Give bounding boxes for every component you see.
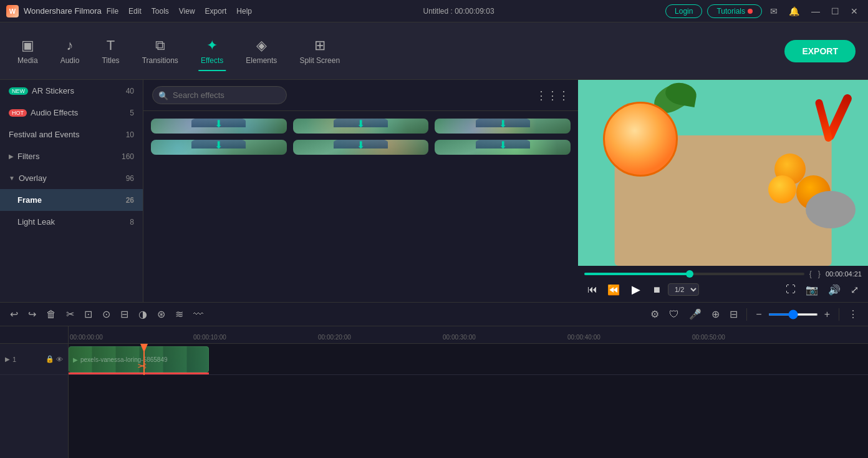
minimize-button[interactable]: — <box>808 5 824 17</box>
lock-track-button[interactable]: 🔒 <box>46 355 54 363</box>
download-icon: ⬇ <box>215 119 223 130</box>
tab-audio[interactable]: ♪ Audio <box>49 32 91 70</box>
overlay-button[interactable]: ⊟ <box>726 306 741 322</box>
resize-button[interactable]: ⤢ <box>847 282 862 298</box>
effects-icon: ✦ <box>206 37 218 54</box>
progress-bar-area: { } 00:00:04:21 <box>584 270 862 278</box>
delete-button[interactable]: 🗑 <box>42 307 60 322</box>
redo-button[interactable]: ↪ <box>24 306 40 322</box>
in-point-bracket[interactable]: { <box>808 270 813 278</box>
mic-button[interactable]: 🎤 <box>685 306 705 322</box>
sidebar-item-ar-stickers[interactable]: NEW AR Stickers 40 <box>0 80 143 102</box>
close-button[interactable]: ✕ <box>847 5 862 17</box>
hide-track-button[interactable]: 👁 <box>56 356 63 363</box>
ai-cutout-button[interactable]: ⊛ <box>153 306 169 322</box>
tab-transitions[interactable]: ⧉ Transitions <box>131 32 190 70</box>
notification-dot <box>748 9 753 14</box>
zoom-out-button[interactable]: − <box>752 307 765 322</box>
snapshot-button[interactable]: 📷 <box>803 282 821 298</box>
effect-card-bokeh3[interactable]: ⬇ Bokeh 3 <box>293 140 429 155</box>
sidebar-item-light-leak[interactable]: Light Leak 8 <box>0 211 143 233</box>
zoom-slider[interactable] <box>768 313 818 316</box>
tab-media[interactable]: ▣ Media <box>6 32 49 70</box>
effects-sidebar: NEW AR Stickers 40 HOT Audio Effects 5 F… <box>0 80 143 302</box>
fullscreen-button[interactable]: ⛶ <box>783 282 799 297</box>
tab-elements[interactable]: ◈ Elements <box>234 32 288 70</box>
effect-card-bokeh4[interactable]: ⬇ Bokeh 4 <box>151 140 287 155</box>
menu-edit[interactable]: Edit <box>128 7 142 16</box>
grid-toggle-icon[interactable]: ⋮⋮⋮ <box>536 89 569 102</box>
progress-thumb[interactable] <box>686 270 693 278</box>
sidebar-item-audio-effects[interactable]: HOT Audio Effects 5 <box>0 102 143 124</box>
tab-split-screen[interactable]: ⊞ Split Screen <box>288 32 351 70</box>
scissors-icon: ✂ <box>137 359 147 373</box>
sidebar-item-overlay[interactable]: ▼ Overlay 96 <box>0 167 143 189</box>
transitions-icon: ⧉ <box>155 37 165 54</box>
menu-view[interactable]: View <box>179 7 195 16</box>
play-btn-group: ⏮ ⏪ ▶ ⏹ 1/2 <box>584 281 699 298</box>
timeline: ↩ ↪ 🗑 ✂ ⊡ ⊙ ⊟ ◑ ⊛ ≋ 〰 ⚙ 🛡 🎤 ⊕ ⊟ − + ⋮ ▶ <box>0 302 868 458</box>
effects-panel: 🔍 ⋮⋮⋮ ⬇ Bokeh 7 ⬇ Bokeh 6 <box>143 80 578 302</box>
tutorials-button[interactable]: Tutorials <box>707 4 762 18</box>
quality-selector[interactable]: 1/2 <box>668 283 699 296</box>
tab-effects[interactable]: ✦ Effects <box>190 32 234 70</box>
color-button[interactable]: ◑ <box>135 306 151 322</box>
titlebar-left: W Wondershare Filmora File Edit Tools Vi… <box>6 5 252 17</box>
layers-button[interactable]: ⊕ <box>708 306 723 322</box>
overlay-count: 96 <box>126 174 134 183</box>
audio-effects-label: Audio Effects <box>31 108 78 117</box>
zoom-fit-button[interactable]: ⊙ <box>99 306 114 322</box>
skip-back-button[interactable]: ⏮ <box>584 282 600 297</box>
play-pause-button[interactable]: ▶ <box>627 281 645 298</box>
ruler-spacer <box>0 326 68 344</box>
progress-bar[interactable] <box>584 273 804 275</box>
download-icon: ⬇ <box>499 140 507 151</box>
timeline-body: ▶ 1 🔒 👁 00:00:00:00 00:00:10:00 00:00:20… <box>0 326 868 458</box>
cut-button[interactable]: ✂ <box>62 306 78 322</box>
sidebar-item-frame[interactable]: Frame 26 <box>0 189 143 211</box>
frame-count: 26 <box>126 196 134 205</box>
export-button[interactable]: EXPORT <box>784 40 856 62</box>
preview-panel: { } 00:00:04:21 ⏮ ⏪ ▶ ⏹ 1/2 ⛶ 📷 🔊 <box>578 80 868 302</box>
effect-card-bokeh5[interactable]: ⬇ Bokeh 5 <box>435 119 571 134</box>
stop-button[interactable]: ⏹ <box>649 283 664 296</box>
menu-export[interactable]: Export <box>205 7 227 16</box>
audio-adj-button[interactable]: ≋ <box>171 306 187 322</box>
audio-icon: ♪ <box>67 37 74 54</box>
elements-label: Elements <box>246 56 277 65</box>
track-settings-button[interactable]: ⚙ <box>647 306 663 322</box>
out-point-bracket[interactable]: } <box>817 270 822 278</box>
crop-tool-button[interactable]: ⊟ <box>117 306 132 322</box>
effect-thumb-bokeh6: ⬇ <box>293 119 429 134</box>
effect-card-bokeh6[interactable]: ⬇ Bokeh 6 <box>293 119 429 134</box>
volume-button[interactable]: 🔊 <box>825 282 844 298</box>
timeline-settings-button[interactable]: ⋮ <box>844 306 862 322</box>
audio-wave-button[interactable]: 〰 <box>190 307 207 322</box>
crop-button[interactable]: ⊡ <box>80 306 96 322</box>
zoom-in-button[interactable]: + <box>821 307 834 322</box>
tab-titles[interactable]: T Titles <box>90 32 130 70</box>
effect-card-bokeh2[interactable]: ⬇ Bokeh 2 <box>435 140 571 155</box>
frame-label: Frame <box>17 195 42 205</box>
login-button[interactable]: Login <box>665 4 702 18</box>
mail-icon[interactable]: ✉ <box>767 5 781 17</box>
time-mark-0: 00:00:00:00 <box>70 334 103 341</box>
sidebar-item-filters[interactable]: ▶ Filters 160 <box>0 145 143 167</box>
light-leak-label: Light Leak <box>17 217 55 227</box>
notifications-icon[interactable]: 🔔 <box>786 5 803 17</box>
menu-file[interactable]: File <box>107 7 118 16</box>
undo-button[interactable]: ↩ <box>6 306 22 322</box>
time-mark-2: 00:00:20:00 <box>318 334 351 341</box>
menu-tools[interactable]: Tools <box>152 7 169 16</box>
menu-help[interactable]: Help <box>236 7 252 16</box>
effect-card-bokeh7[interactable]: ⬇ Bokeh 7 <box>151 119 287 134</box>
shield-button[interactable]: 🛡 <box>665 307 683 322</box>
filters-count: 160 <box>122 152 134 161</box>
search-input[interactable] <box>152 86 287 104</box>
light-leak-count: 8 <box>130 218 134 227</box>
sidebar-item-festival-events[interactable]: Festival and Events 10 <box>0 124 143 145</box>
timeline-toolbar: ↩ ↪ 🗑 ✂ ⊡ ⊙ ⊟ ◑ ⊛ ≋ 〰 ⚙ 🛡 🎤 ⊕ ⊟ − + ⋮ <box>0 303 868 326</box>
frame-back-button[interactable]: ⏪ <box>604 282 623 298</box>
maximize-button[interactable]: ☐ <box>827 5 843 17</box>
download-icon: ⬇ <box>357 119 365 130</box>
